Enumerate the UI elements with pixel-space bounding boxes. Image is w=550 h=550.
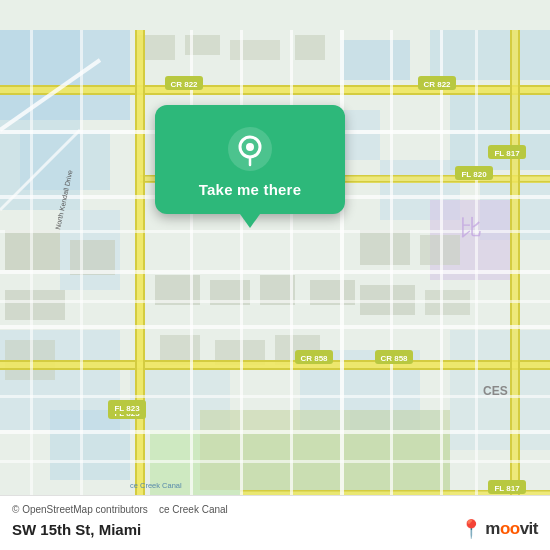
- svg-text:ce Creek Canal: ce Creek Canal: [130, 481, 182, 490]
- svg-text:CR 858: CR 858: [300, 354, 328, 363]
- address-text: SW 15th St, Miami: [12, 521, 141, 538]
- svg-rect-70: [190, 30, 193, 520]
- svg-rect-72: [290, 30, 293, 520]
- svg-text:FL 823: FL 823: [114, 404, 140, 413]
- moovit-pin-icon: 📍: [460, 518, 482, 540]
- attribution-text: © OpenStreetMap contributors: [12, 504, 148, 515]
- svg-rect-12: [50, 410, 130, 480]
- svg-rect-54: [135, 30, 137, 520]
- moovit-logo: 📍 moovit: [460, 518, 538, 540]
- svg-rect-3: [340, 40, 410, 80]
- svg-rect-69: [80, 30, 83, 520]
- svg-rect-4: [430, 30, 550, 80]
- svg-rect-25: [70, 240, 115, 275]
- location-pin-icon: [228, 127, 272, 171]
- svg-text:CR 822: CR 822: [423, 80, 451, 89]
- location-card[interactable]: Take me there: [155, 105, 345, 214]
- svg-rect-73: [340, 30, 344, 520]
- svg-text:CR 822: CR 822: [170, 80, 198, 89]
- map-container: CR 822 CR 822 FL 823 FL 823 FL 817 FL 82…: [0, 0, 550, 550]
- svg-text:FL 817: FL 817: [494, 149, 520, 158]
- svg-point-103: [246, 143, 254, 151]
- svg-rect-22: [230, 40, 280, 60]
- svg-text:CES: CES: [483, 384, 508, 398]
- canal-label: ce Creek Canal: [159, 504, 228, 515]
- bottom-bar: © OpenStreetMap contributors ce Creek Ca…: [0, 495, 550, 550]
- svg-text:CR 858: CR 858: [380, 354, 408, 363]
- svg-rect-23: [295, 35, 325, 60]
- svg-rect-55: [143, 30, 145, 520]
- svg-rect-74: [390, 30, 393, 520]
- svg-rect-58: [518, 30, 520, 520]
- svg-rect-33: [360, 230, 410, 265]
- svg-text:FL 820: FL 820: [461, 170, 487, 179]
- svg-rect-57: [510, 30, 512, 520]
- svg-rect-75: [440, 30, 443, 520]
- svg-rect-68: [30, 30, 33, 520]
- moovit-text: moovit: [485, 519, 538, 539]
- take-me-there-label: Take me there: [199, 181, 301, 198]
- svg-rect-71: [240, 30, 243, 520]
- svg-text:FL 817: FL 817: [494, 484, 520, 493]
- svg-rect-18: [200, 410, 450, 490]
- address-row: SW 15th St, Miami 📍 moovit: [12, 518, 538, 540]
- map-attribution: © OpenStreetMap contributors ce Creek Ca…: [12, 504, 538, 515]
- svg-text:比: 比: [460, 215, 482, 240]
- svg-rect-76: [475, 30, 478, 520]
- map-svg: CR 822 CR 822 FL 823 FL 823 FL 817 FL 82…: [0, 0, 550, 550]
- svg-rect-26: [5, 290, 65, 320]
